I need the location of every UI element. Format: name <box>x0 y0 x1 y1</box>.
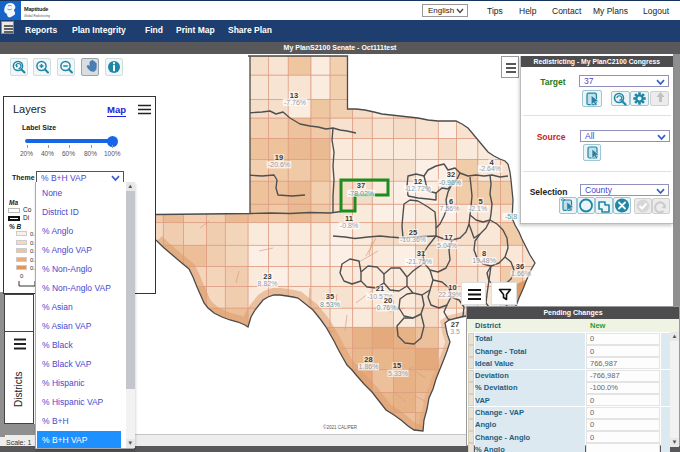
svg-text:-12.72%: -12.72% <box>405 185 431 192</box>
svg-text:8.53%: 8.53% <box>320 301 340 308</box>
svg-text:-10.36%: -10.36% <box>400 236 426 243</box>
svg-text:1.66%: 1.66% <box>511 270 531 277</box>
svg-text:5.04%: 5.04% <box>437 242 457 249</box>
svg-text:-5.8: -5.8 <box>505 213 517 220</box>
svg-text:-78.02%: -78.02% <box>348 190 374 197</box>
svg-text:7.56%: 7.56% <box>440 205 460 212</box>
svg-text:22.29%: 22.29% <box>438 291 462 298</box>
svg-text:-21.75%: -21.75% <box>406 258 432 265</box>
svg-text:3.5: 3.5 <box>450 328 460 335</box>
svg-text:-7.76%: -7.76% <box>284 99 306 106</box>
svg-text:19.48%: 19.48% <box>472 257 496 264</box>
svg-text:-2.1%: -2.1% <box>469 205 487 212</box>
svg-text:1.86%: 1.86% <box>359 363 379 370</box>
svg-text:32: 32 <box>447 170 455 179</box>
svg-text:-20.6%: -20.6% <box>268 161 290 168</box>
svg-text:-2.64%: -2.64% <box>479 165 501 172</box>
svg-text:©2021 CALIPER: ©2021 CALIPER <box>323 424 358 430</box>
svg-text:-0.96%: -0.96% <box>439 179 461 186</box>
svg-text:31: 31 <box>417 249 425 258</box>
svg-text:5.33%: 5.33% <box>388 370 408 377</box>
svg-text:8.82%: 8.82% <box>258 280 278 287</box>
svg-text:-0.8%: -0.8% <box>340 222 358 229</box>
svg-text:0.76%: 0.76% <box>377 304 397 311</box>
